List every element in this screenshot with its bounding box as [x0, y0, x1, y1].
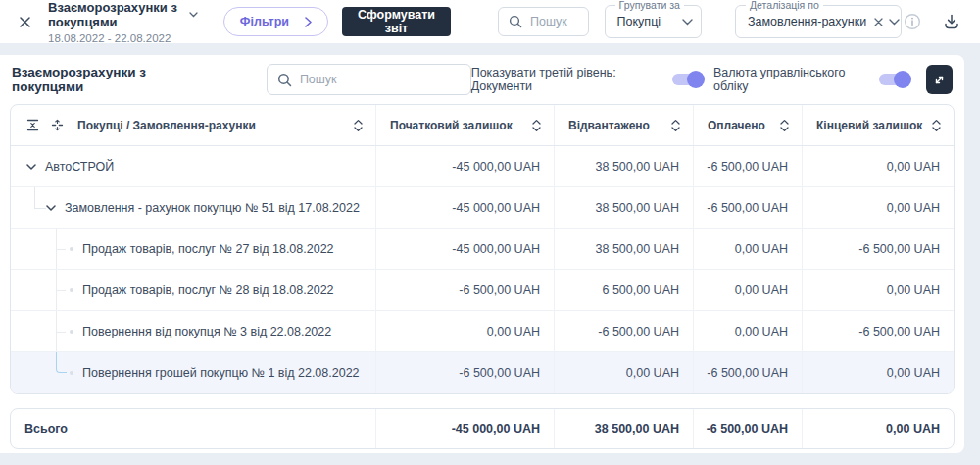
row-label: Повернення від покупця № 3 від 22.08.202… — [82, 325, 331, 338]
totals-label: Всього — [11, 409, 375, 448]
column-header-label: Відвантажено — [568, 119, 650, 132]
sort-icon[interactable] — [670, 119, 681, 132]
panel-toolbar: Взаєморозрахунки з покупцями Показувати … — [0, 55, 964, 104]
total-final-balance: 0,00 UAH — [802, 409, 954, 448]
cell-paid: -6 500,00 UAH — [693, 352, 802, 393]
chevron-down-icon[interactable] — [889, 19, 900, 26]
chevron-down-icon[interactable] — [26, 164, 36, 170]
top-bar: Взаєморозрахунки з покупцями 18.08.2022 … — [0, 0, 980, 43]
cell-final-balance: -6 500,00 UAH — [802, 311, 954, 351]
total-initial-balance: -45 000,00 UAH — [375, 409, 554, 448]
row-label: Повернення грошей покупцю № 1 від 22.08.… — [82, 366, 360, 380]
info-icon — [904, 13, 921, 30]
row-label: АвтоСТРОЙ — [45, 160, 114, 174]
currency-toggle[interactable] — [879, 74, 908, 85]
totals-container: Всього -45 000,00 UAH 38 500,00 UAH -6 5… — [10, 408, 955, 449]
cell-shipped: 38 500,00 UAH — [554, 146, 693, 186]
cell-initial-balance: -45 000,00 UAH — [375, 187, 554, 228]
cell-final-balance: 0,00 UAH — [802, 270, 954, 310]
filters-button-label: Фільтри — [240, 15, 289, 28]
clear-icon[interactable] — [874, 18, 883, 26]
detail-by-label: Деталізація по — [746, 0, 823, 11]
total-paid: -6 500,00 UAH — [693, 409, 802, 448]
search-icon — [277, 73, 292, 87]
table-row-document[interactable]: Продаж товарів, послуг № 28 від 18.08.20… — [11, 270, 954, 311]
info-button[interactable] — [902, 11, 923, 32]
table-row-order[interactable]: Замовлення - рахунок покупцю № 51 від 17… — [11, 187, 954, 229]
chevron-right-icon — [305, 17, 312, 27]
table-row-document[interactable]: Продаж товарів, послуг № 27 від 18.08.20… — [11, 229, 954, 270]
currency-toggle-label: Валюта управлінського обліку — [713, 66, 867, 93]
date-range: 18.08.2022 - 22.08.2022 — [48, 32, 198, 44]
report-title-block[interactable]: Взаєморозрахунки з покупцями 18.08.2022 … — [48, 0, 198, 44]
cell-initial-balance: -6 500,00 UAH — [375, 270, 554, 310]
totals-row: Всього -45 000,00 UAH 38 500,00 UAH -6 5… — [11, 409, 954, 448]
row-label: Продаж товарів, послуг № 28 від 18.08.20… — [82, 284, 334, 297]
fullscreen-button[interactable] — [926, 65, 953, 94]
cell-paid: -6 500,00 UAH — [693, 187, 802, 228]
column-header-label: Оплачено — [708, 119, 765, 132]
cell-shipped: 38 500,00 UAH — [554, 187, 693, 228]
cell-paid: -6 500,00 UAH — [693, 146, 802, 186]
cell-final-balance: 0,00 UAH — [802, 146, 954, 186]
report-panel: Взаєморозрахунки з покупцями Показувати … — [0, 55, 964, 453]
sort-icon[interactable] — [353, 119, 364, 132]
row-label: Замовлення - рахунок покупцю № 51 від 17… — [65, 201, 360, 215]
collapse-all-icon[interactable] — [24, 117, 41, 133]
table-row-customer[interactable]: АвтоСТРОЙ -45 000,00 UAH 38 500,00 UAH -… — [11, 146, 954, 187]
topbar-search-input[interactable] — [530, 15, 578, 28]
download-icon — [943, 13, 960, 30]
sort-icon[interactable] — [931, 119, 942, 132]
cell-initial-balance: -45 000,00 UAH — [375, 229, 554, 269]
filters-button[interactable]: Фільтри — [223, 7, 328, 36]
table-row-document[interactable]: Повернення від покупця № 3 від 22.08.202… — [11, 311, 954, 352]
search-icon — [509, 15, 522, 28]
close-icon — [18, 15, 32, 29]
third-level-toggle-label: Показувати третій рівень: Документи — [471, 66, 661, 93]
detail-by-select[interactable]: Деталізація по Замовлення-рахунки — [735, 5, 902, 38]
cell-final-balance: 0,00 UAH — [802, 352, 954, 393]
header-initial-balance-column: Початковий залишок — [375, 105, 554, 145]
cell-shipped: 0,00 UAH — [554, 352, 693, 393]
expand-icon — [933, 74, 946, 86]
sort-icon[interactable] — [779, 119, 790, 132]
cell-initial-balance: -45 000,00 UAH — [375, 146, 554, 186]
detail-by-value: Замовлення-рахунки — [748, 15, 866, 28]
cell-paid: 0,00 UAH — [693, 311, 802, 351]
header-name-column: Покупці / Замовлення-рахунки — [11, 105, 375, 145]
topbar-search[interactable] — [498, 7, 589, 36]
column-header-label: Покупці / Замовлення-рахунки — [77, 119, 256, 132]
expand-all-icon[interactable] — [49, 117, 66, 133]
sort-icon[interactable] — [531, 119, 542, 132]
chevron-down-icon[interactable] — [46, 205, 56, 211]
generate-report-button[interactable]: Сформувати звіт — [342, 7, 451, 36]
cell-initial-balance: 0,00 UAH — [375, 311, 554, 351]
third-level-toggle[interactable] — [672, 74, 702, 85]
download-button[interactable] — [941, 11, 962, 32]
cell-shipped: 6 500,00 UAH — [554, 270, 693, 310]
chevron-down-icon — [189, 12, 198, 18]
total-shipped: 38 500,00 UAH — [554, 409, 693, 448]
group-by-value: Покупці — [617, 15, 662, 28]
settlements-table: Покупці / Замовлення-рахунки Початковий … — [10, 104, 955, 394]
panel-title: Взаєморозрахунки з покупцями — [12, 65, 206, 94]
table-row-document-selected[interactable]: Повернення грошей покупцю № 1 від 22.08.… — [11, 352, 954, 393]
group-by-label: Групувати за — [615, 0, 684, 11]
table-header-row: Покупці / Замовлення-рахунки Початковий … — [11, 105, 954, 146]
table-search-input[interactable] — [300, 73, 461, 86]
cell-shipped: -6 500,00 UAH — [554, 311, 693, 351]
header-shipped-column: Відвантажено — [554, 105, 693, 145]
column-header-label: Початковий залишок — [390, 119, 513, 132]
group-by-select[interactable]: Групувати за Покупці — [605, 5, 702, 38]
chevron-down-icon[interactable] — [682, 19, 693, 26]
cell-final-balance: -6 500,00 UAH — [802, 229, 954, 269]
cell-initial-balance: -6 500,00 UAH — [375, 352, 554, 393]
column-header-label: Кінцевий залишок — [816, 119, 922, 132]
table-search[interactable] — [267, 64, 471, 95]
header-final-balance-column: Кінцевий залишок — [802, 105, 954, 145]
cell-paid: 0,00 UAH — [693, 270, 802, 310]
report-title: Взаєморозрахунки з покупцями — [48, 0, 183, 29]
cell-shipped: 38 500,00 UAH — [554, 229, 693, 269]
close-button[interactable] — [16, 13, 34, 31]
cell-paid: 0,00 UAH — [693, 229, 802, 269]
